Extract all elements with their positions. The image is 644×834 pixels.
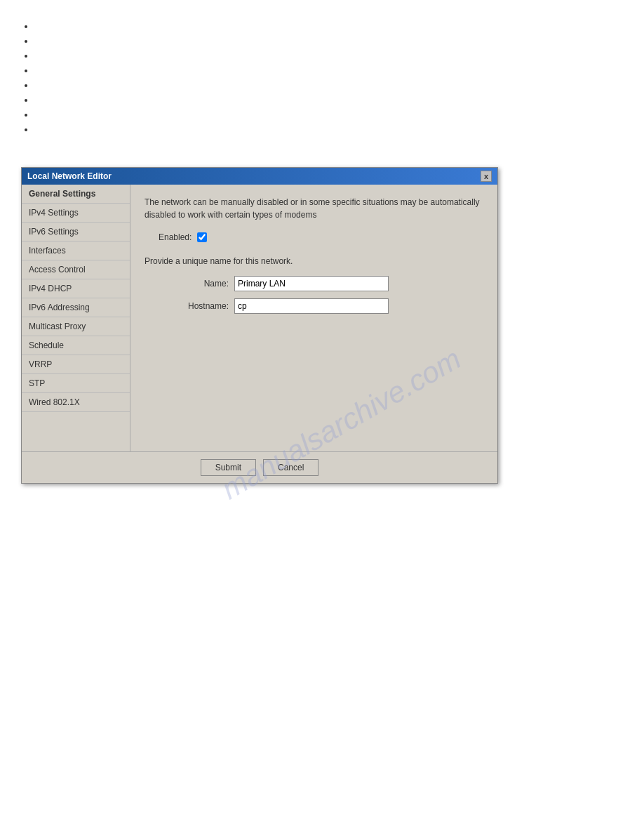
- sidebar-item-ipv6-addressing[interactable]: IPv6 Addressing: [22, 298, 130, 317]
- dialog-body: General Settings IPv4 Settings IPv6 Sett…: [22, 185, 497, 451]
- sidebar-item-ipv4-dhcp[interactable]: IPv4 DHCP: [22, 279, 130, 298]
- dialog-area: Local Network Editor x General Settings …: [21, 167, 623, 484]
- sidebar-item-general-settings[interactable]: General Settings: [22, 185, 130, 204]
- dialog-window: Local Network Editor x General Settings …: [21, 167, 498, 484]
- enabled-checkbox[interactable]: [197, 232, 207, 242]
- enabled-label: Enabled:: [159, 232, 192, 242]
- bullet-list: [0, 0, 644, 160]
- description-text: The network can be manually disabled or …: [145, 196, 483, 221]
- bullet-item: [35, 65, 609, 76]
- sidebar-item-multicast-proxy[interactable]: Multicast Proxy: [22, 317, 130, 336]
- sidebar-item-ipv6-settings[interactable]: IPv6 Settings: [22, 223, 130, 241]
- sidebar-item-stp[interactable]: STP: [22, 374, 130, 393]
- bullet-item: [35, 124, 609, 135]
- submit-button[interactable]: Submit: [201, 459, 256, 476]
- dialog-titlebar: Local Network Editor x: [22, 168, 497, 185]
- bullet-item: [35, 80, 609, 91]
- hostname-input[interactable]: [234, 298, 389, 314]
- bullet-item: [35, 95, 609, 105]
- sidebar-item-wired-8021x[interactable]: Wired 802.1X: [22, 393, 130, 412]
- main-content: The network can be manually disabled or …: [130, 185, 497, 451]
- sidebar-item-interfaces[interactable]: Interfaces: [22, 241, 130, 260]
- name-label: Name:: [173, 279, 229, 289]
- bullet-item: [35, 21, 609, 32]
- sidebar-item-ipv4-settings[interactable]: IPv4 Settings: [22, 204, 130, 223]
- provide-text: Provide a unique name for this network.: [145, 256, 483, 266]
- dialog-footer: Submit Cancel: [22, 451, 497, 483]
- bullet-item: [35, 36, 609, 46]
- cancel-button[interactable]: Cancel: [263, 459, 318, 476]
- sidebar-item-access-control[interactable]: Access Control: [22, 260, 130, 279]
- sidebar-nav: General Settings IPv4 Settings IPv6 Sett…: [22, 185, 130, 451]
- bullet-item: [35, 110, 609, 120]
- enabled-row: Enabled:: [145, 232, 483, 242]
- name-input[interactable]: [234, 276, 389, 291]
- close-button[interactable]: x: [481, 171, 492, 182]
- dialog-title: Local Network Editor: [27, 171, 112, 181]
- hostname-label: Hostname:: [173, 301, 229, 311]
- bullet-item: [35, 51, 609, 61]
- hostname-row: Hostname:: [145, 298, 483, 314]
- sidebar-item-schedule[interactable]: Schedule: [22, 336, 130, 355]
- sidebar-item-vrrp[interactable]: VRRP: [22, 355, 130, 374]
- name-row: Name:: [145, 276, 483, 291]
